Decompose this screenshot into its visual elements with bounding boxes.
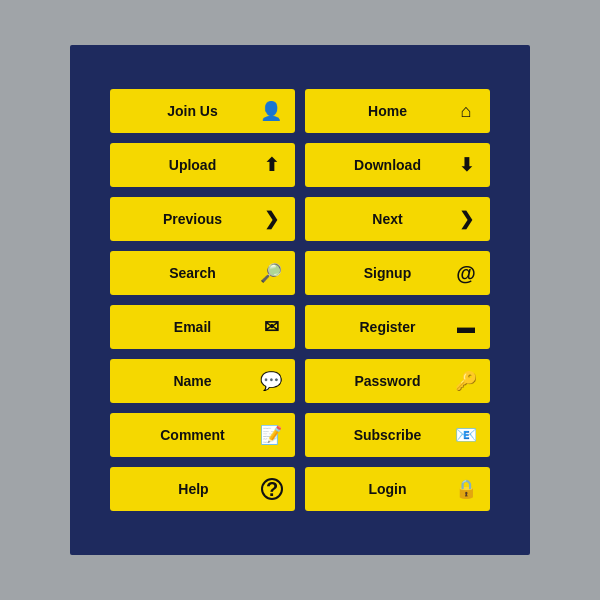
login-label: Login <box>321 481 454 497</box>
register-button[interactable]: Register▬ <box>305 305 490 349</box>
laptop-icon: ▬ <box>454 315 478 339</box>
signup-button[interactable]: Signup@ <box>305 251 490 295</box>
email-button[interactable]: Email✉ <box>110 305 295 349</box>
comment-label: Comment <box>126 427 259 443</box>
upload-button[interactable]: Upload⬆ <box>110 143 295 187</box>
login-button[interactable]: Login🔒 <box>305 467 490 511</box>
email-icon: ✉ <box>259 315 283 339</box>
key-icon: 🔑 <box>454 369 478 393</box>
next-button[interactable]: Next❯ <box>305 197 490 241</box>
home-icon: ⌂ <box>454 99 478 123</box>
upload-icon: ⬆ <box>259 153 283 177</box>
name-label: Name <box>126 373 259 389</box>
home-button[interactable]: Home⌂ <box>305 89 490 133</box>
search-label: Search <box>126 265 259 281</box>
password-button[interactable]: Password🔑 <box>305 359 490 403</box>
help-icon: ? <box>261 478 283 500</box>
chevron-right-icon: ❯ <box>259 207 283 231</box>
download-icon: ⬇ <box>454 153 478 177</box>
register-label: Register <box>321 319 454 335</box>
previous-button[interactable]: Previous❯ <box>110 197 295 241</box>
subscribe-button[interactable]: Subscribe📧 <box>305 413 490 457</box>
chevron-right-icon: ❯ <box>454 207 478 231</box>
subscribe-label: Subscribe <box>321 427 454 443</box>
password-label: Password <box>321 373 454 389</box>
search-button[interactable]: Search🔎 <box>110 251 295 295</box>
previous-label: Previous <box>126 211 259 227</box>
name-button[interactable]: Name💬 <box>110 359 295 403</box>
join-us-button[interactable]: Join Us👤 <box>110 89 295 133</box>
email-label: Email <box>126 319 259 335</box>
user-icon: 👤 <box>259 99 283 123</box>
clipboard-icon: 📝 <box>259 423 283 447</box>
upload-label: Upload <box>126 157 259 173</box>
lock-icon: 🔒 <box>454 477 478 501</box>
download-label: Download <box>321 157 454 173</box>
comment-button[interactable]: Comment📝 <box>110 413 295 457</box>
search-icon: 🔎 <box>259 261 283 285</box>
subscribe-icon: 📧 <box>454 423 478 447</box>
download-button[interactable]: Download⬇ <box>305 143 490 187</box>
join-us-label: Join Us <box>126 103 259 119</box>
help-label: Help <box>126 481 261 497</box>
at-icon: @ <box>454 261 478 285</box>
signup-label: Signup <box>321 265 454 281</box>
home-label: Home <box>321 103 454 119</box>
next-label: Next <box>321 211 454 227</box>
help-button[interactable]: Help? <box>110 467 295 511</box>
button-grid: Join Us👤Home⌂Upload⬆Download⬇Previous❯Ne… <box>90 69 510 531</box>
chat-icon: 💬 <box>259 369 283 393</box>
main-panel: Join Us👤Home⌂Upload⬆Download⬇Previous❯Ne… <box>70 45 530 555</box>
